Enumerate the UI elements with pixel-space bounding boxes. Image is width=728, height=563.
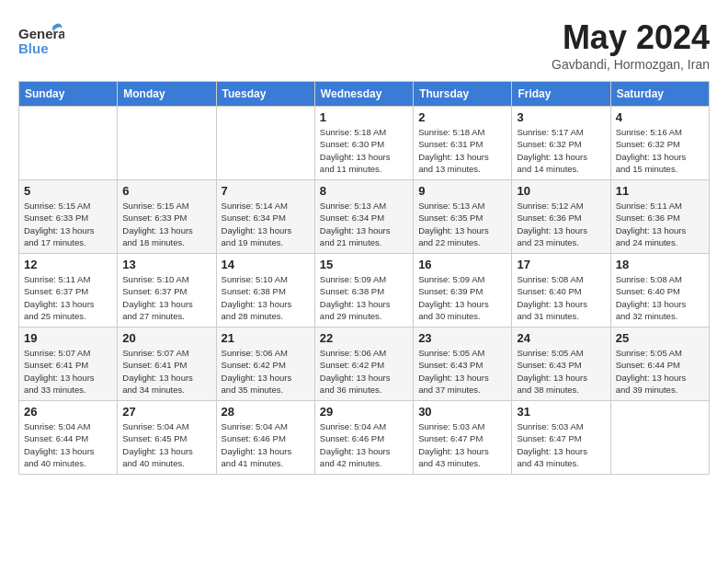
weekday-header: Sunday xyxy=(19,82,118,107)
month-title: May 2024 xyxy=(552,18,710,57)
day-info: Sunrise: 5:04 AM Sunset: 6:44 PM Dayligh… xyxy=(24,420,112,469)
day-number: 17 xyxy=(517,258,605,271)
calendar-cell: 31Sunrise: 5:03 AM Sunset: 6:47 PM Dayli… xyxy=(512,401,610,475)
weekday-header: Monday xyxy=(118,82,216,107)
weekday-header-row: SundayMondayTuesdayWednesdayThursdayFrid… xyxy=(19,82,710,107)
day-info: Sunrise: 5:13 AM Sunset: 6:34 PM Dayligh… xyxy=(320,200,408,248)
day-number: 2 xyxy=(418,110,506,124)
day-info: Sunrise: 5:11 AM Sunset: 6:36 PM Dayligh… xyxy=(616,200,704,248)
day-number: 10 xyxy=(517,184,605,198)
day-number: 13 xyxy=(122,258,210,271)
page-header: General Blue May 2024 Gavbandi, Hormozga… xyxy=(18,18,710,72)
day-number: 20 xyxy=(122,331,210,345)
svg-text:Blue: Blue xyxy=(18,40,49,56)
day-info: Sunrise: 5:09 AM Sunset: 6:39 PM Dayligh… xyxy=(418,273,506,322)
calendar-cell: 18Sunrise: 5:08 AM Sunset: 6:40 PM Dayli… xyxy=(610,254,709,327)
day-info: Sunrise: 5:14 AM Sunset: 6:34 PM Dayligh… xyxy=(222,200,310,248)
weekday-header: Saturday xyxy=(610,82,709,107)
calendar-cell: 16Sunrise: 5:09 AM Sunset: 6:39 PM Dayli… xyxy=(414,254,512,327)
day-info: Sunrise: 5:04 AM Sunset: 6:45 PM Dayligh… xyxy=(122,420,210,469)
day-info: Sunrise: 5:05 AM Sunset: 6:44 PM Dayligh… xyxy=(616,347,704,396)
calendar-cell: 26Sunrise: 5:04 AM Sunset: 6:44 PM Dayli… xyxy=(19,401,118,475)
day-info: Sunrise: 5:03 AM Sunset: 6:47 PM Dayligh… xyxy=(517,420,605,469)
logo: General Blue xyxy=(18,18,64,64)
day-info: Sunrise: 5:08 AM Sunset: 6:40 PM Dayligh… xyxy=(616,273,704,322)
calendar-week-row: 12Sunrise: 5:11 AM Sunset: 6:37 PM Dayli… xyxy=(19,254,710,327)
day-number: 8 xyxy=(320,184,408,198)
calendar-week-row: 5Sunrise: 5:15 AM Sunset: 6:33 PM Daylig… xyxy=(19,180,710,254)
day-number: 24 xyxy=(517,331,605,345)
calendar-cell: 17Sunrise: 5:08 AM Sunset: 6:40 PM Dayli… xyxy=(512,254,610,327)
calendar-cell xyxy=(19,107,118,180)
day-number: 18 xyxy=(616,258,704,271)
day-number: 19 xyxy=(24,331,112,345)
calendar-week-row: 1Sunrise: 5:18 AM Sunset: 6:30 PM Daylig… xyxy=(19,107,710,180)
day-number: 11 xyxy=(616,184,704,198)
calendar-cell: 28Sunrise: 5:04 AM Sunset: 6:46 PM Dayli… xyxy=(216,401,314,475)
day-info: Sunrise: 5:18 AM Sunset: 6:30 PM Dayligh… xyxy=(320,126,408,175)
calendar-cell: 13Sunrise: 5:10 AM Sunset: 6:37 PM Dayli… xyxy=(118,254,216,327)
day-number: 15 xyxy=(320,258,408,271)
day-info: Sunrise: 5:06 AM Sunset: 6:42 PM Dayligh… xyxy=(320,347,408,396)
calendar-cell: 11Sunrise: 5:11 AM Sunset: 6:36 PM Dayli… xyxy=(610,180,709,254)
calendar-cell: 4Sunrise: 5:16 AM Sunset: 6:32 PM Daylig… xyxy=(610,107,709,180)
calendar-cell: 25Sunrise: 5:05 AM Sunset: 6:44 PM Dayli… xyxy=(610,327,709,401)
title-block: May 2024 Gavbandi, Hormozgan, Iran xyxy=(552,18,710,72)
day-info: Sunrise: 5:12 AM Sunset: 6:36 PM Dayligh… xyxy=(517,200,605,248)
weekday-header: Tuesday xyxy=(216,82,314,107)
day-number: 22 xyxy=(320,331,408,345)
calendar-cell: 7Sunrise: 5:14 AM Sunset: 6:34 PM Daylig… xyxy=(216,180,314,254)
calendar-cell: 1Sunrise: 5:18 AM Sunset: 6:30 PM Daylig… xyxy=(314,107,413,180)
day-number: 5 xyxy=(24,184,112,198)
calendar-cell: 20Sunrise: 5:07 AM Sunset: 6:41 PM Dayli… xyxy=(118,327,216,401)
day-info: Sunrise: 5:15 AM Sunset: 6:33 PM Dayligh… xyxy=(122,200,210,248)
calendar-cell xyxy=(216,107,314,180)
day-info: Sunrise: 5:07 AM Sunset: 6:41 PM Dayligh… xyxy=(122,347,210,396)
day-number: 25 xyxy=(616,331,704,345)
calendar-cell: 12Sunrise: 5:11 AM Sunset: 6:37 PM Dayli… xyxy=(19,254,118,327)
day-number: 29 xyxy=(320,405,408,419)
day-info: Sunrise: 5:08 AM Sunset: 6:40 PM Dayligh… xyxy=(517,273,605,322)
day-info: Sunrise: 5:05 AM Sunset: 6:43 PM Dayligh… xyxy=(517,347,605,396)
calendar-cell: 21Sunrise: 5:06 AM Sunset: 6:42 PM Dayli… xyxy=(216,327,314,401)
calendar-cell xyxy=(118,107,216,180)
calendar-cell: 3Sunrise: 5:17 AM Sunset: 6:32 PM Daylig… xyxy=(512,107,610,180)
day-info: Sunrise: 5:10 AM Sunset: 6:37 PM Dayligh… xyxy=(122,273,210,322)
weekday-header: Wednesday xyxy=(314,82,413,107)
calendar-cell: 9Sunrise: 5:13 AM Sunset: 6:35 PM Daylig… xyxy=(414,180,512,254)
day-number: 14 xyxy=(222,258,310,271)
calendar-cell: 2Sunrise: 5:18 AM Sunset: 6:31 PM Daylig… xyxy=(414,107,512,180)
day-info: Sunrise: 5:04 AM Sunset: 6:46 PM Dayligh… xyxy=(222,420,310,469)
day-number: 9 xyxy=(418,184,506,198)
day-number: 6 xyxy=(122,184,210,198)
calendar-week-row: 26Sunrise: 5:04 AM Sunset: 6:44 PM Dayli… xyxy=(19,401,710,475)
day-number: 31 xyxy=(517,405,605,419)
weekday-header: Thursday xyxy=(414,82,512,107)
day-number: 3 xyxy=(517,110,605,124)
logo-bird-icon: General Blue xyxy=(18,18,64,64)
calendar-cell: 19Sunrise: 5:07 AM Sunset: 6:41 PM Dayli… xyxy=(19,327,118,401)
day-info: Sunrise: 5:10 AM Sunset: 6:38 PM Dayligh… xyxy=(222,273,310,322)
day-number: 4 xyxy=(616,110,704,124)
day-info: Sunrise: 5:05 AM Sunset: 6:43 PM Dayligh… xyxy=(418,347,506,396)
weekday-header: Friday xyxy=(512,82,610,107)
day-info: Sunrise: 5:07 AM Sunset: 6:41 PM Dayligh… xyxy=(24,347,112,396)
day-number: 16 xyxy=(418,258,506,271)
calendar-cell: 5Sunrise: 5:15 AM Sunset: 6:33 PM Daylig… xyxy=(19,180,118,254)
day-info: Sunrise: 5:09 AM Sunset: 6:38 PM Dayligh… xyxy=(320,273,408,322)
calendar-cell: 29Sunrise: 5:04 AM Sunset: 6:46 PM Dayli… xyxy=(314,401,413,475)
day-info: Sunrise: 5:11 AM Sunset: 6:37 PM Dayligh… xyxy=(24,273,112,322)
calendar-cell: 6Sunrise: 5:15 AM Sunset: 6:33 PM Daylig… xyxy=(118,180,216,254)
day-number: 21 xyxy=(222,331,310,345)
calendar-cell: 14Sunrise: 5:10 AM Sunset: 6:38 PM Dayli… xyxy=(216,254,314,327)
svg-text:General: General xyxy=(18,26,64,41)
calendar-table: SundayMondayTuesdayWednesdayThursdayFrid… xyxy=(18,81,710,475)
day-info: Sunrise: 5:03 AM Sunset: 6:47 PM Dayligh… xyxy=(418,420,506,469)
day-number: 12 xyxy=(24,258,112,271)
day-info: Sunrise: 5:15 AM Sunset: 6:33 PM Dayligh… xyxy=(24,200,112,248)
calendar-cell: 23Sunrise: 5:05 AM Sunset: 6:43 PM Dayli… xyxy=(414,327,512,401)
day-number: 28 xyxy=(222,405,310,419)
calendar-cell: 27Sunrise: 5:04 AM Sunset: 6:45 PM Dayli… xyxy=(118,401,216,475)
logo-svg: General Blue xyxy=(18,18,64,64)
day-info: Sunrise: 5:16 AM Sunset: 6:32 PM Dayligh… xyxy=(616,126,704,175)
